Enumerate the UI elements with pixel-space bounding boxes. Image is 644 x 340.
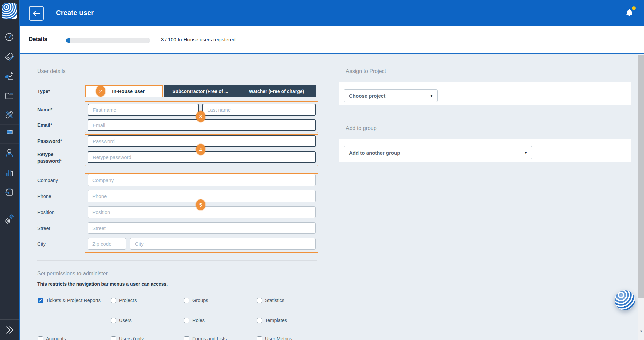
user-details-heading: User details (37, 68, 65, 74)
permission-users-only[interactable]: Users (only (111, 335, 181, 340)
add-group-heading: Add to group (346, 125, 377, 131)
choose-project-select[interactable]: Choose project ▼ (344, 89, 438, 102)
sidebar-item-settings[interactable] (0, 208, 19, 231)
flag-icon (4, 128, 14, 138)
checkbox[interactable] (38, 336, 43, 340)
tag-icon (4, 51, 14, 61)
permission-forms-and-lists[interactable]: Forms and Lists (184, 335, 254, 340)
chevron-down-icon: ▼ (430, 94, 433, 98)
back-button[interactable] (29, 6, 44, 21)
type-option-watcher[interactable]: Watcher (Free of charge) (237, 85, 316, 97)
permissions-description: This restricts the navigation bar menus … (37, 281, 168, 287)
app-logo[interactable] (2, 3, 17, 19)
sidebar-item-forms[interactable] (0, 182, 19, 202)
permission-templates[interactable]: Templates (257, 317, 327, 324)
scrollbar-thumb[interactable] (638, 55, 644, 298)
sidebar-item-projects[interactable] (0, 86, 19, 105)
section-divider (37, 260, 317, 261)
checkbox[interactable] (184, 318, 189, 323)
street-input[interactable] (88, 222, 316, 234)
clipboard-export-icon (4, 187, 14, 197)
tab-details[interactable]: Details (29, 26, 47, 53)
tutorial-badge-5: 5 (196, 199, 205, 210)
notification-badge-dot (632, 6, 636, 10)
checkbox[interactable] (111, 336, 116, 340)
ruler-pencil-icon (4, 110, 14, 120)
checkbox[interactable] (111, 298, 116, 303)
arrow-left-icon (33, 11, 40, 16)
city-input[interactable] (130, 238, 316, 250)
permission-accounts[interactable]: Accounts (38, 335, 108, 340)
sidebar-item-users[interactable] (0, 143, 19, 163)
folder-icon (4, 90, 14, 100)
chevron-down-icon: ▼ (524, 151, 528, 155)
checkbox[interactable] (257, 318, 262, 323)
last-name-input[interactable] (202, 104, 316, 116)
gauge-icon (4, 32, 14, 42)
add-group-select[interactable]: Add to another group ▼ (344, 146, 532, 159)
phone-label: Phone (37, 193, 51, 200)
sidebar-item-statistics[interactable] (0, 163, 19, 182)
tutorial-badge-2: 2 (96, 86, 105, 97)
permission-users[interactable]: Users (111, 317, 181, 324)
top-bar (20, 0, 644, 26)
sidebar-item-dashboard[interactable] (0, 27, 19, 47)
permission-statistics[interactable]: Statistics (257, 297, 327, 304)
email-label: Email* (37, 122, 52, 128)
user-quota-text: 3 / 100 In-House users registered (161, 26, 236, 53)
user-icon (4, 148, 14, 158)
permission-tickets-project-reports[interactable]: Tickets & Project Reports (38, 297, 108, 304)
sidebar-item-plans[interactable] (0, 105, 19, 125)
page-title: Create user (56, 0, 94, 26)
assign-project-heading: Assign to Project (346, 68, 386, 74)
sidebar-item-reports[interactable] (0, 66, 19, 86)
permission-roles[interactable]: Roles (184, 317, 254, 324)
checkbox[interactable] (257, 298, 262, 303)
double-chevron-right-icon (4, 326, 15, 334)
tutorial-badge-3: 3 (196, 111, 205, 122)
report-document-icon (4, 71, 14, 81)
tab-bar-underline (20, 53, 644, 54)
tutorial-badge-4: 4 (196, 144, 205, 155)
checkbox[interactable] (184, 298, 189, 303)
type-option-subcontractor[interactable]: Subcontractor (Free of ... (164, 85, 237, 97)
type-label: Type* (37, 88, 50, 95)
sidebar-item-flags[interactable] (0, 124, 19, 144)
zip-code-input[interactable] (88, 238, 126, 250)
bar-chart-icon (4, 167, 14, 177)
password-label: Password* (37, 138, 62, 145)
brand-watermark (614, 290, 636, 311)
street-label: Street (37, 225, 50, 232)
checkbox[interactable] (257, 336, 262, 340)
checkbox[interactable] (38, 298, 43, 303)
checkbox[interactable] (111, 318, 116, 323)
sidebar-expand-button[interactable] (0, 319, 19, 340)
name-label: Name* (37, 106, 52, 113)
company-label: Company (37, 177, 58, 184)
column-divider (329, 54, 329, 340)
right-section-divider (344, 119, 629, 119)
retype-password-label: Retype password* (37, 151, 69, 164)
position-label: Position (37, 209, 55, 216)
company-input[interactable] (88, 174, 316, 186)
permission-projects[interactable]: Projects (111, 297, 181, 304)
user-quota-progress-fill (66, 38, 70, 43)
sidebar-item-tags[interactable] (0, 47, 19, 66)
permission-user-metrics[interactable]: User Metrics (257, 335, 327, 340)
permissions-heading: Set permissions to administer (37, 271, 108, 277)
gears-icon (4, 214, 15, 225)
permission-groups[interactable]: Groups (184, 297, 254, 304)
scrollbar-down-arrow[interactable]: ▼ (638, 328, 644, 335)
checkbox[interactable] (184, 336, 189, 340)
app-logo-icon (2, 3, 17, 19)
first-name-input[interactable] (88, 104, 199, 116)
user-quota-progressbar (66, 38, 150, 43)
tab-bar-divider (60, 26, 60, 53)
city-label: City (37, 241, 46, 247)
brand-ball-icon (614, 290, 636, 311)
